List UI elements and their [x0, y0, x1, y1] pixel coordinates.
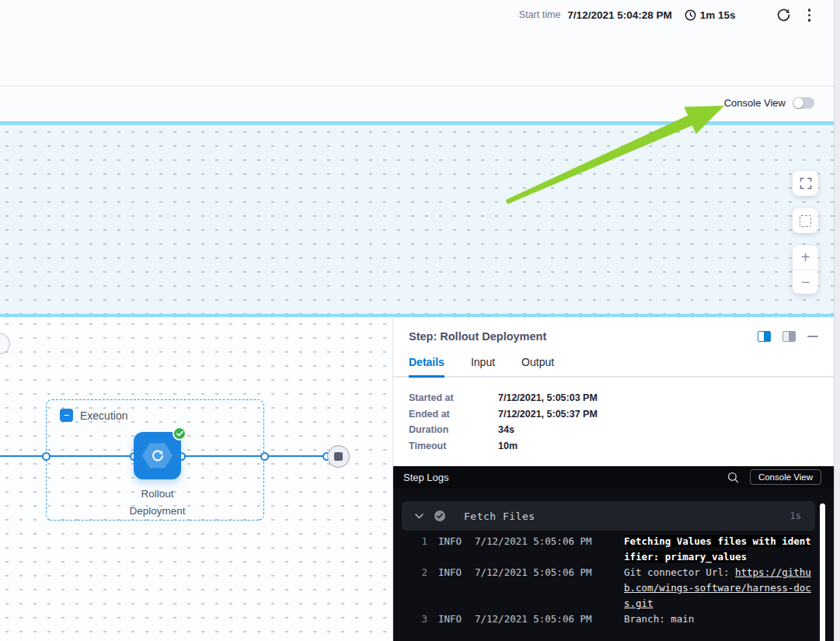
- detail-label: Started at: [409, 392, 498, 403]
- graph-toolbar: Console View: [0, 86, 834, 121]
- clock-icon: [685, 9, 696, 21]
- step-success-icon: [434, 510, 446, 522]
- detail-value: 7/12/2021, 5:05:37 PM: [498, 409, 598, 420]
- rollout-deployment-node[interactable]: [134, 432, 181, 479]
- app-window: Start time 7/12/2021 5:04:28 PM 1m 15s C…: [0, 0, 834, 641]
- log-level: INFO: [438, 611, 464, 627]
- split-view-bottom-icon[interactable]: [782, 331, 796, 342]
- tab-input[interactable]: Input: [471, 356, 495, 376]
- log-section-name: Fetch Files: [464, 510, 790, 522]
- node-title-line2: Deployment: [103, 503, 212, 520]
- detail-value: 10m: [498, 441, 518, 451]
- log-line: 1 INFO 7/12/2021 5:05:06 PM Fetching Val…: [402, 534, 834, 565]
- log-line-number: 3: [402, 611, 427, 627]
- page-edge-strip: [834, 0, 840, 641]
- time-cluster: Start time 7/12/2021 5:04:28 PM 1m 15s: [519, 7, 812, 23]
- split-view-right-icon[interactable]: [758, 331, 771, 342]
- console-view-button[interactable]: Console View: [750, 469, 821, 485]
- tab-output[interactable]: Output: [521, 356, 554, 376]
- start-time-label: Start time: [519, 9, 561, 20]
- collapse-group-button[interactable]: −: [60, 409, 73, 422]
- log-text: Git connector Url:: [624, 566, 735, 578]
- connector-port: [42, 452, 51, 461]
- bottom-split: − Execution Rollout Deployment: [0, 317, 834, 641]
- detail-row-started: Started at 7/12/2021, 5:05:03 PM: [409, 392, 818, 403]
- log-timestamp: 7/12/2021 5:05:06 PM: [475, 534, 613, 549]
- detail-label: Timeout: [409, 441, 498, 451]
- step-logs-body: Fetch Files 1s 1 INFO 7/12/2021 5:05:06 …: [393, 488, 834, 641]
- panel-tabs: Details Input Output: [393, 356, 834, 378]
- log-message: Fetching Values files with identifier: p…: [624, 534, 815, 565]
- success-check-badge: [173, 427, 186, 441]
- step-logs: Step Logs Console View Fetch Fi: [393, 466, 834, 641]
- log-timestamp: 7/12/2021 5:05:06 PM: [475, 565, 613, 580]
- console-view-toggle[interactable]: [793, 97, 814, 109]
- minimize-panel-icon[interactable]: [807, 336, 818, 338]
- log-timestamp: 7/12/2021 5:05:06 PM: [475, 611, 613, 627]
- step-details-panel: Step: Rollout Deployment Details Input O…: [392, 317, 834, 641]
- elapsed-duration: 1m 15s: [700, 9, 736, 21]
- fullscreen-button[interactable]: [793, 171, 818, 196]
- end-node[interactable]: [327, 445, 350, 468]
- previous-node-partial: [0, 333, 10, 354]
- detail-row-timeout: Timeout 10m: [409, 441, 818, 451]
- zoom-group: + −: [793, 246, 818, 294]
- zoom-in-button[interactable]: +: [793, 246, 818, 270]
- chevron-down-icon[interactable]: [415, 514, 423, 519]
- execution-header-bar: Start time 7/12/2021 5:04:28 PM 1m 15s: [0, 0, 834, 86]
- execution-graph-canvas[interactable]: − Execution Rollout Deployment: [0, 317, 392, 641]
- panel-header: Step: Rollout Deployment: [393, 317, 834, 343]
- detail-label: Duration: [409, 424, 498, 435]
- toggle-knob: [793, 98, 803, 108]
- panel-title: Step: Rollout Deployment: [409, 330, 758, 343]
- detail-row-ended: Ended at 7/12/2021, 5:05:37 PM: [409, 409, 818, 420]
- detail-row-duration: Duration 34s: [409, 424, 818, 435]
- node-title: Rollout Deployment: [103, 486, 212, 520]
- details-grid: Started at 7/12/2021, 5:05:03 PM Ended a…: [393, 378, 834, 456]
- step-logs-header: Step Logs Console View: [393, 466, 834, 488]
- node-title-line1: Rollout: [103, 486, 212, 503]
- zoom-out-button[interactable]: −: [793, 270, 818, 294]
- log-line-number: 1: [402, 534, 427, 549]
- log-line: 2 INFO 7/12/2021 5:05:06 PM Git connecto…: [402, 565, 834, 611]
- execution-group-label: Execution: [80, 409, 127, 422]
- rollout-icon: [150, 448, 166, 464]
- logs-scrollbar[interactable]: [820, 503, 825, 641]
- log-section-fetch-files[interactable]: Fetch Files 1s: [402, 501, 815, 531]
- log-line-number: 2: [402, 565, 427, 580]
- console-view-label: Console View: [724, 97, 786, 109]
- detail-label: Ended at: [409, 409, 498, 420]
- pipeline-canvas[interactable]: + −: [0, 125, 834, 314]
- log-section-duration: 1s: [790, 510, 801, 521]
- tab-details[interactable]: Details: [409, 356, 444, 378]
- start-time-value: 7/12/2021 5:04:28 PM: [567, 9, 671, 21]
- log-rows: 1 INFO 7/12/2021 5:05:06 PM Fetching Val…: [402, 534, 834, 627]
- detail-value: 7/12/2021, 5:05:03 PM: [498, 392, 598, 403]
- stop-square-icon: [334, 452, 343, 461]
- log-message: Git connector Url: https://github.com/wi…: [624, 565, 815, 611]
- node-hexagon: [142, 443, 173, 469]
- console-view-control: Console View: [724, 97, 814, 109]
- marquee-select-button[interactable]: [793, 208, 818, 233]
- log-level: INFO: [438, 565, 464, 580]
- log-message: Branch: main: [624, 611, 815, 627]
- log-level: INFO: [438, 534, 464, 549]
- log-line: 3 INFO 7/12/2021 5:05:06 PM Branch: main: [402, 611, 834, 627]
- more-options-kebab-icon[interactable]: [807, 7, 813, 23]
- refresh-button[interactable]: [776, 8, 791, 23]
- marquee-icon: [800, 215, 811, 227]
- panel-view-icons: [758, 331, 818, 342]
- connector-port: [260, 452, 269, 461]
- search-icon[interactable]: [727, 472, 739, 483]
- highlighted-log-text: Fetching Values files with identifier: p…: [624, 535, 811, 563]
- detail-value: 34s: [498, 424, 514, 435]
- step-logs-title: Step Logs: [403, 472, 727, 483]
- canvas-controls: + −: [793, 171, 818, 294]
